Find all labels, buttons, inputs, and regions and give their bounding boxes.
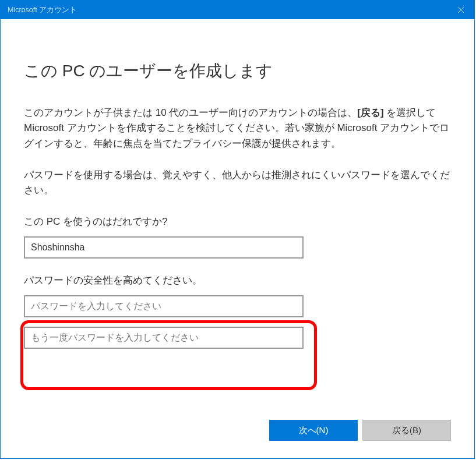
account-setup-window: Microsoft アカウント この PC のユーザーを作成します このアカウン… — [0, 0, 475, 459]
close-button[interactable] — [447, 1, 474, 19]
next-button[interactable]: 次へ(N) — [269, 420, 358, 441]
username-input[interactable] — [24, 236, 304, 259]
close-icon — [458, 7, 464, 13]
confirm-password-input[interactable] — [24, 327, 304, 349]
window-title: Microsoft アカウント — [8, 5, 77, 15]
info-paragraph-2: パスワードを使用する場合は、覚えやすく、他人からは推測されにくいパスワードを選ん… — [24, 168, 451, 199]
page-heading: この PC のユーザーを作成します — [24, 60, 451, 82]
password-input[interactable] — [24, 295, 304, 317]
back-button[interactable]: 戻る(B) — [362, 420, 451, 441]
info-paragraph-1-prefix: このアカウントが子供または 10 代のユーザー向けのアカウントの場合は、 — [24, 107, 357, 118]
footer-buttons: 次へ(N) 戻る(B) — [269, 420, 451, 441]
titlebar: Microsoft アカウント — [1, 1, 474, 19]
info-paragraph-1-bold: [戻る] — [357, 107, 383, 118]
content-area: この PC のユーザーを作成します このアカウントが子供または 10 代のユーザ… — [1, 19, 474, 458]
info-paragraph-1: このアカウントが子供または 10 代のユーザー向けのアカウントの場合は、[戻る]… — [24, 105, 451, 151]
password-field-group — [24, 295, 451, 349]
password-section-label: パスワードの安全性を高めてください。 — [24, 274, 451, 287]
username-label: この PC を使うのはだれですか? — [24, 215, 451, 228]
